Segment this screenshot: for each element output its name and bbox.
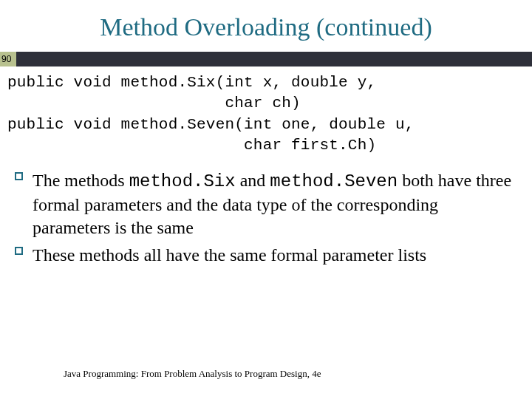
slide-number: 90 (0, 52, 16, 66)
code-line-3: public void method.Seven(int one, double… (7, 116, 415, 133)
code-line-1: public void method.Six(int x, double y, (7, 74, 376, 91)
footer-text: Java Programming: From Problem Analysis … (64, 368, 321, 380)
bullet-marker-icon (15, 247, 23, 255)
bar-accent (16, 52, 532, 66)
bullet-1-text-pre: The methods (33, 171, 129, 190)
code-line-2: char ch) (7, 95, 301, 112)
bullet-item-1: The methods method.Six and method.Seven … (33, 169, 514, 239)
slide-number-bar: 90 (0, 52, 532, 66)
bullet-1-code-1: method.Six (129, 171, 236, 191)
bullet-1-text-mid: and (236, 171, 270, 190)
bullet-1-code-2: method.Seven (270, 171, 398, 191)
bullet-2-text: These methods all have the same formal p… (33, 245, 426, 265)
bullet-item-2: These methods all have the same formal p… (33, 244, 514, 267)
code-line-4: char first.Ch) (7, 137, 376, 154)
code-block: public void method.Six(int x, double y, … (0, 66, 532, 169)
bullet-list: The methods method.Six and method.Seven … (0, 169, 532, 267)
bullet-marker-icon (15, 172, 23, 180)
slide-title: Method Overloading (continued) (0, 0, 532, 52)
